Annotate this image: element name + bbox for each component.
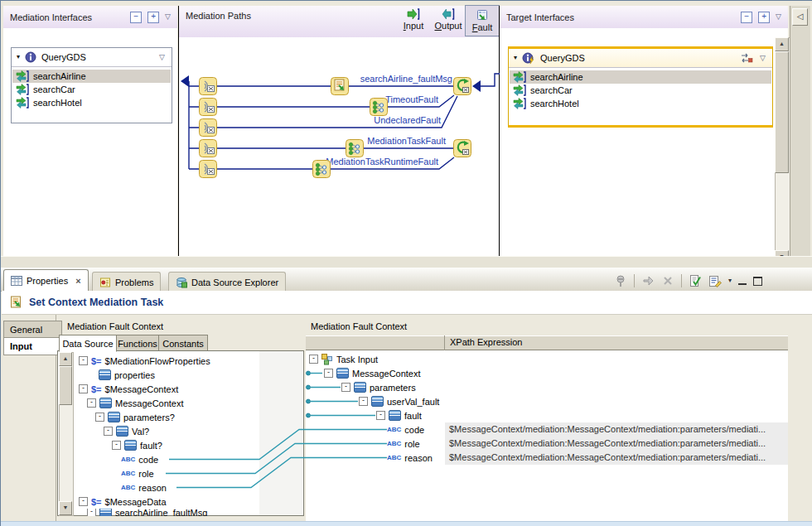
tree-row[interactable]: MessageContext bbox=[74, 396, 258, 410]
tree-row[interactable]: Task Input bbox=[306, 352, 442, 366]
discard-changes-icon[interactable] bbox=[661, 274, 674, 287]
expand-toggle-icon[interactable] bbox=[95, 413, 104, 422]
callout-node[interactable] bbox=[200, 78, 217, 95]
interface-expand-icon[interactable] bbox=[17, 54, 20, 60]
operation-item[interactable]: searchHotel bbox=[510, 97, 771, 110]
source-interface-box: QueryGDS searchAirline searchCar searchH… bbox=[11, 47, 172, 123]
fault-callout-node[interactable] bbox=[454, 78, 471, 95]
operation-item[interactable]: searchCar bbox=[12, 83, 171, 96]
target-interface-header[interactable]: QueryGDS bbox=[509, 49, 772, 68]
tree-row[interactable]: $MediationFlowProperties bbox=[74, 354, 258, 368]
operation-item[interactable]: searchAirline bbox=[12, 70, 171, 83]
tab-functions[interactable]: Functions bbox=[115, 335, 160, 352]
validate-icon[interactable] bbox=[689, 274, 702, 287]
apply-changes-icon[interactable] bbox=[641, 274, 655, 287]
operation-item[interactable]: searchHotel bbox=[12, 96, 171, 109]
expand-toggle-icon[interactable] bbox=[87, 398, 96, 408]
expand-toggle-icon[interactable] bbox=[112, 441, 121, 450]
expand-toggle-icon[interactable] bbox=[376, 411, 385, 420]
callout-node[interactable] bbox=[200, 119, 217, 137]
callout-node[interactable] bbox=[200, 140, 217, 157]
edit-properties-icon[interactable] bbox=[708, 274, 722, 287]
close-icon[interactable] bbox=[75, 276, 80, 286]
tree-row[interactable]: parameters? bbox=[74, 410, 258, 424]
minimize-icon[interactable] bbox=[738, 277, 747, 285]
expand-toggle-icon[interactable] bbox=[341, 383, 350, 392]
callout-node[interactable] bbox=[200, 99, 217, 116]
view-menu-icon[interactable] bbox=[728, 277, 732, 284]
interface-expand-icon[interactable] bbox=[514, 55, 517, 61]
scroll-down-button[interactable] bbox=[59, 501, 72, 515]
element-icon bbox=[99, 398, 112, 408]
tab-constants[interactable]: Constants bbox=[158, 335, 208, 352]
tab-data-source[interactable]: Data Source bbox=[59, 335, 117, 352]
panel-menu-icon[interactable] bbox=[776, 13, 781, 21]
source-interface-header[interactable]: QueryGDS bbox=[12, 48, 172, 67]
tree-row[interactable]: userVal_fault bbox=[306, 394, 442, 408]
tree-row[interactable]: properties bbox=[74, 368, 258, 382]
tree-row[interactable]: role bbox=[74, 466, 258, 480]
expand-toggle-icon[interactable] bbox=[79, 384, 88, 393]
set-context-node[interactable] bbox=[313, 161, 331, 178]
tree-row[interactable]: parameters bbox=[306, 380, 442, 394]
fault-path-button[interactable]: Fault bbox=[465, 5, 500, 36]
scroll-up-button[interactable] bbox=[59, 352, 72, 366]
tree-row[interactable]: reason bbox=[306, 451, 442, 465]
task-input-icon bbox=[321, 354, 333, 365]
tab-data-source-explorer[interactable]: Data Source Explorer bbox=[168, 272, 286, 292]
tree-row[interactable]: searchAirline_faultMsg bbox=[74, 509, 258, 516]
operation-item[interactable]: searchCar bbox=[510, 84, 771, 97]
set-context-node[interactable] bbox=[346, 140, 364, 157]
maximize-icon[interactable] bbox=[753, 277, 762, 286]
restore-view-button[interactable] bbox=[792, 8, 808, 26]
tree-row[interactable]: $MessageData bbox=[74, 495, 258, 509]
nav-tab-input[interactable]: Input bbox=[3, 337, 62, 355]
operation-item[interactable]: searchAirline bbox=[510, 70, 771, 84]
input-arrow-icon bbox=[407, 7, 420, 21]
set-context-node[interactable] bbox=[370, 99, 388, 116]
panel-menu-icon[interactable] bbox=[165, 13, 171, 21]
expand-toggle-icon[interactable] bbox=[104, 427, 113, 436]
scroll-thumb[interactable] bbox=[775, 51, 789, 173]
tree-row[interactable]: fault bbox=[306, 408, 442, 422]
tree-row[interactable]: role bbox=[306, 437, 442, 451]
pin-view-icon[interactable] bbox=[614, 274, 627, 287]
operation-icon bbox=[16, 97, 29, 109]
fault-callout-node[interactable] bbox=[454, 140, 471, 157]
flow-label: TimeoutFault bbox=[385, 94, 438, 104]
expand-all-icon[interactable] bbox=[147, 12, 159, 23]
interface-menu-icon[interactable] bbox=[760, 55, 766, 62]
tree-row[interactable]: Val? bbox=[74, 424, 258, 438]
expand-toggle-icon[interactable] bbox=[324, 369, 333, 378]
expand-toggle-icon[interactable] bbox=[359, 397, 368, 406]
xpath-value: $MessageContext/mediation:MessageContext… bbox=[449, 451, 785, 465]
output-path-button[interactable]: Output bbox=[432, 7, 465, 31]
tree-row[interactable]: code bbox=[306, 422, 442, 437]
mediation-paths-canvas[interactable]: searchAirline_faultMsg TimeoutFault Unde… bbox=[179, 37, 499, 256]
expand-toggle-icon[interactable] bbox=[87, 509, 96, 516]
scroll-up-button[interactable] bbox=[775, 37, 789, 51]
data-source-explorer-icon bbox=[176, 277, 187, 288]
tab-problems[interactable]: Problems bbox=[92, 272, 161, 292]
input-path-button[interactable]: Input bbox=[397, 7, 430, 31]
collapse-all-icon[interactable] bbox=[741, 12, 752, 23]
tree-row[interactable]: code bbox=[74, 452, 258, 466]
tree-row[interactable]: $MessageContext bbox=[74, 382, 258, 396]
expand-toggle-icon[interactable] bbox=[79, 497, 88, 506]
left-group-label: Mediation Fault Context bbox=[67, 321, 163, 331]
tree-row[interactable]: fault? bbox=[74, 438, 258, 452]
show-flow-toggle-icon[interactable] bbox=[740, 51, 753, 65]
collapse-all-icon[interactable] bbox=[130, 12, 142, 23]
message-setter-node[interactable] bbox=[331, 78, 349, 95]
callout-node[interactable] bbox=[200, 161, 217, 178]
tree-row[interactable]: MessageContext bbox=[306, 366, 442, 380]
column-divider[interactable] bbox=[444, 335, 445, 350]
expand-toggle-icon[interactable] bbox=[309, 355, 318, 364]
tree-row[interactable]: reason bbox=[74, 480, 258, 495]
expand-toggle-icon[interactable] bbox=[79, 356, 88, 365]
interface-menu-icon[interactable] bbox=[159, 54, 165, 61]
expand-all-icon[interactable] bbox=[758, 12, 770, 23]
scroll-thumb[interactable] bbox=[59, 366, 72, 405]
nav-tab-general[interactable]: General bbox=[3, 321, 62, 339]
tab-properties[interactable]: Properties bbox=[3, 269, 89, 292]
